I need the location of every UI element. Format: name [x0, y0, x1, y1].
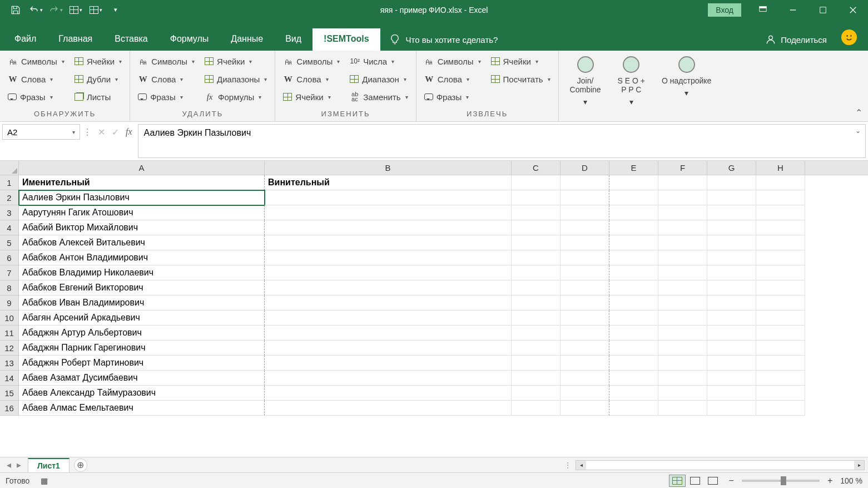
cell[interactable]	[756, 175, 805, 190]
cell[interactable]	[609, 205, 658, 220]
save-icon[interactable]	[7, 2, 24, 18]
cell[interactable]	[265, 235, 512, 250]
tab-formulas[interactable]: Формулы	[159, 28, 220, 51]
qat-customize-icon[interactable]: ▾	[107, 2, 125, 18]
cell[interactable]	[609, 371, 658, 386]
seo-ppc-button[interactable]: S E O + P P C▾	[610, 53, 653, 110]
change-cells-button[interactable]: Ячейки▾	[279, 88, 344, 105]
cell[interactable]: Аалиев Эркин Пазылович	[19, 190, 265, 205]
cell[interactable]	[609, 326, 658, 341]
cell[interactable]: Абаджян Парник Гарегинович	[19, 341, 265, 356]
cell[interactable]	[756, 250, 805, 265]
cell[interactable]	[609, 175, 658, 190]
cell[interactable]	[707, 175, 756, 190]
cell[interactable]	[265, 190, 512, 205]
cell[interactable]	[512, 175, 561, 190]
cell[interactable]	[561, 310, 609, 326]
cell[interactable]	[609, 265, 658, 280]
row-header[interactable]: 7	[0, 265, 19, 280]
cell[interactable]	[756, 265, 805, 280]
detect-cells-button[interactable]: Ячейки▾	[70, 53, 126, 70]
cell[interactable]	[561, 356, 609, 371]
row-header[interactable]: 13	[0, 356, 19, 371]
collapse-ribbon-icon[interactable]: ⌃	[855, 107, 862, 118]
cell[interactable]	[658, 265, 707, 280]
cell[interactable]	[512, 235, 561, 250]
cell[interactable]: Абаджян Артур Альбертович	[19, 326, 265, 341]
share-button[interactable]: Поделиться	[755, 28, 837, 51]
cell[interactable]	[561, 250, 609, 265]
cell[interactable]	[707, 220, 756, 235]
cell[interactable]	[658, 356, 707, 371]
cell[interactable]	[512, 326, 561, 341]
cell[interactable]	[512, 190, 561, 205]
cell[interactable]	[707, 295, 756, 310]
cell[interactable]	[658, 220, 707, 235]
extract-words-button[interactable]: WСлова▾	[420, 71, 485, 87]
ribbon-display-icon[interactable]	[748, 0, 778, 19]
change-replace-button[interactable]: abacЗаменить▾	[345, 88, 412, 105]
cell[interactable]	[265, 205, 512, 220]
join-combine-button[interactable]: Join/ Combine▾	[562, 53, 609, 110]
cell[interactable]	[756, 280, 805, 295]
cell[interactable]	[756, 341, 805, 356]
row-header[interactable]: 11	[0, 326, 19, 341]
new-sheet-button[interactable]: ⊕	[74, 459, 87, 472]
cell[interactable]	[561, 280, 609, 295]
row-header[interactable]: 6	[0, 250, 19, 265]
tab-semtools[interactable]: !SEMTools	[313, 28, 380, 51]
cell[interactable]	[561, 341, 609, 356]
cell[interactable]	[658, 341, 707, 356]
cell[interactable]: Абабков Евгений Викторович	[19, 280, 265, 295]
cell[interactable]	[265, 386, 512, 401]
cell[interactable]	[756, 310, 805, 326]
cell[interactable]	[561, 220, 609, 235]
row-header[interactable]: 9	[0, 295, 19, 310]
cell[interactable]: Абаев Александр Таймуразович	[19, 386, 265, 401]
delete-phrases-button[interactable]: Фразы▾	[133, 88, 199, 105]
cell[interactable]	[658, 235, 707, 250]
undo-icon[interactable]: ▾	[27, 2, 44, 18]
zoom-level[interactable]: 100 %	[840, 476, 862, 485]
cell[interactable]	[756, 326, 805, 341]
row-header[interactable]: 4	[0, 220, 19, 235]
macro-record-icon[interactable]: ▦	[41, 476, 48, 485]
cell[interactable]	[707, 371, 756, 386]
cell[interactable]	[512, 220, 561, 235]
cell[interactable]	[707, 401, 756, 416]
extract-phrases-button[interactable]: Фразы▾	[420, 88, 485, 105]
cell[interactable]	[658, 190, 707, 205]
row-header[interactable]: 2	[0, 190, 19, 205]
row-header[interactable]: 16	[0, 401, 19, 416]
cell[interactable]	[265, 371, 512, 386]
cell[interactable]: Абагян Арсений Аркадьевич	[19, 310, 265, 326]
cell[interactable]	[707, 205, 756, 220]
scroll-right-icon[interactable]: ▸	[854, 461, 864, 470]
column-header[interactable]: C	[512, 161, 561, 175]
tab-file[interactable]: Файл	[3, 28, 47, 51]
zoom-in-button[interactable]: +	[825, 476, 835, 486]
cell[interactable]	[561, 326, 609, 341]
minimize-icon[interactable]	[778, 0, 808, 19]
cell[interactable]	[658, 250, 707, 265]
cell[interactable]	[265, 341, 512, 356]
cell[interactable]	[609, 401, 658, 416]
cell[interactable]	[756, 386, 805, 401]
cell[interactable]	[658, 295, 707, 310]
maximize-icon[interactable]	[808, 0, 838, 19]
zoom-thumb[interactable]	[781, 476, 786, 485]
row-header[interactable]: 14	[0, 371, 19, 386]
cell[interactable]	[707, 190, 756, 205]
tab-insert[interactable]: Вставка	[103, 28, 158, 51]
cell[interactable]	[707, 310, 756, 326]
cell[interactable]	[707, 235, 756, 250]
change-numbers-button[interactable]: 10²Числа▾	[345, 53, 412, 70]
row-header[interactable]: 10	[0, 310, 19, 326]
cell[interactable]	[756, 220, 805, 235]
delete-symbols-button[interactable]: 🗛Символы▾	[133, 53, 199, 70]
column-header[interactable]: E	[609, 161, 658, 175]
detect-words-button[interactable]: WСлова▾	[3, 71, 69, 87]
cell[interactable]	[265, 280, 512, 295]
change-range-button[interactable]: Диапазон▾	[345, 71, 412, 87]
cell[interactable]	[609, 220, 658, 235]
